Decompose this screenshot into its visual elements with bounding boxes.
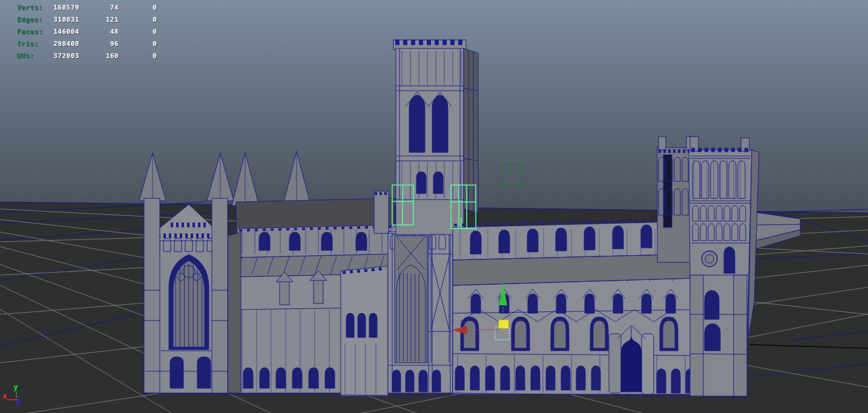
arched-window <box>531 366 540 390</box>
manipulator-center-handle[interactable] <box>499 320 508 328</box>
arched-window <box>289 232 300 250</box>
arched-window <box>561 366 570 390</box>
hud-stat-label: Verts: <box>17 2 52 14</box>
arched-window <box>259 232 270 250</box>
arched-window <box>671 369 680 393</box>
arched-window <box>591 366 600 390</box>
axis-z-label: z <box>16 395 21 405</box>
arched-window <box>585 294 594 313</box>
hud-stat-label: UVs: <box>17 50 52 62</box>
central-crossing-tower <box>393 40 478 235</box>
arched-window <box>584 227 595 250</box>
hud-stat-third: 0 <box>119 38 157 50</box>
arched-window <box>358 313 366 337</box>
arched-window <box>516 366 525 390</box>
hud-stat-selected: 160 <box>79 50 119 62</box>
arched-window <box>276 368 286 388</box>
tower-round-window <box>702 251 717 267</box>
hud-stat-third: 0 <box>119 2 157 14</box>
arched-window <box>546 366 555 390</box>
arched-window <box>527 229 538 252</box>
hud-stat-selected: 48 <box>79 26 119 38</box>
arched-window <box>554 320 566 348</box>
arched-window <box>406 370 414 392</box>
axis-x-label: x <box>2 391 7 400</box>
hud-stat-third: 0 <box>119 50 157 62</box>
arched-window <box>470 366 479 390</box>
arched-window <box>243 368 253 388</box>
arched-window <box>464 320 476 348</box>
hud-stat-third: 0 <box>119 26 157 38</box>
belfry-window <box>432 95 448 152</box>
hud-stat-selected: 121 <box>79 14 119 26</box>
arched-window <box>485 366 495 390</box>
arched-window <box>260 368 269 388</box>
arched-window <box>499 230 510 253</box>
porch-pier <box>642 334 654 394</box>
arched-window <box>663 320 675 348</box>
arched-window <box>613 294 623 313</box>
hud-stat-third: 0 <box>119 14 157 26</box>
hud-stat-label: Tris: <box>17 38 52 50</box>
arched-window <box>309 368 318 388</box>
arched-window <box>346 313 354 337</box>
arched-window <box>419 370 427 392</box>
arched-window <box>576 366 585 390</box>
viewport[interactable]: y x z Verts: 168579 74 0 Edges: 310831 1… <box>0 0 868 413</box>
hud-stat-label: Faces: <box>17 26 52 38</box>
arched-window <box>470 231 481 254</box>
hud-stat-selected: 74 <box>79 2 119 14</box>
hud-stat-total: 168579 <box>52 2 79 14</box>
arched-window <box>515 320 527 348</box>
hud-stat-label: Edges: <box>17 14 52 26</box>
arched-window <box>432 370 441 392</box>
arched-window <box>593 320 605 348</box>
arched-window <box>325 368 335 388</box>
hud-stat-selected: 96 <box>79 38 119 50</box>
arched-window <box>471 294 481 313</box>
arched-window <box>392 370 401 392</box>
arched-window <box>292 368 302 388</box>
porch-doorway <box>621 336 642 392</box>
arched-window <box>641 225 652 248</box>
arched-window <box>657 369 666 393</box>
arched-window <box>666 294 676 313</box>
arched-window <box>356 232 367 250</box>
arched-window <box>321 232 332 250</box>
arched-window <box>613 226 623 249</box>
arched-window <box>455 366 464 390</box>
porch-pier <box>609 334 621 393</box>
arched-window <box>528 294 538 313</box>
belfry-window <box>409 95 425 152</box>
hud-stat-total: 298408 <box>52 38 79 50</box>
poly-count-hud: Verts: 168579 74 0 Edges: 310831 121 0 F… <box>0 2 157 62</box>
arched-window <box>501 366 510 390</box>
hud-stat-total: 146004 <box>52 26 79 38</box>
hud-stat-total: 372003 <box>52 50 79 62</box>
arched-window <box>369 313 377 337</box>
axis-y-label: y <box>13 382 18 391</box>
hud-stat-total: 310831 <box>52 14 79 26</box>
